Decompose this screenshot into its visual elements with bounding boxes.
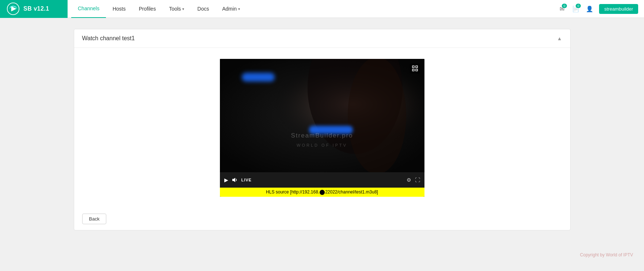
card-title: Watch channel test1 bbox=[82, 35, 135, 42]
mail-icon-btn[interactable]: ✉ 0 bbox=[556, 3, 568, 15]
nav-hosts[interactable]: Hosts bbox=[106, 0, 132, 18]
svg-marker-9 bbox=[232, 178, 235, 182]
hls-label: HLS source [http://192.168. bbox=[266, 189, 319, 195]
brand-logo-icon bbox=[7, 2, 20, 15]
back-button[interactable]: Back bbox=[82, 214, 107, 224]
svg-rect-6 bbox=[416, 66, 418, 68]
nav-docs[interactable]: Docs bbox=[191, 0, 216, 18]
user-icon: 👤 bbox=[586, 5, 593, 12]
doc-badge: 0 bbox=[576, 4, 581, 8]
mail-badge: 0 bbox=[562, 4, 567, 8]
video-wrapper: StreamBuilder.pro WORLD OF IPTV bbox=[220, 59, 424, 197]
collapse-btn[interactable]: ▲ bbox=[557, 35, 562, 41]
video-controls-bar: ▶ LIVE ⚙ ⛶ bbox=[220, 172, 424, 188]
watermark-text: StreamBuilder.pro bbox=[291, 132, 353, 139]
user-icon-btn[interactable]: 👤 bbox=[584, 3, 595, 15]
settings-btn[interactable]: ⚙ bbox=[407, 177, 411, 183]
admin-dropdown-icon: ▾ bbox=[238, 7, 240, 11]
hls-redact-dot bbox=[320, 190, 325, 195]
video-screen: StreamBuilder.pro WORLD OF IPTV bbox=[220, 59, 424, 172]
play-btn[interactable]: ▶ bbox=[224, 177, 228, 183]
svg-rect-5 bbox=[412, 66, 414, 68]
card-header: Watch channel test1 ▲ bbox=[74, 29, 570, 48]
brand-title: SB v12.1 bbox=[23, 5, 49, 12]
redacted-blob-top bbox=[242, 73, 275, 82]
copyright-text: Copyright by World of IPTV bbox=[580, 252, 633, 257]
hls-bar: HLS source [http://192.168.22022/channel… bbox=[220, 188, 424, 197]
main-nav: Channels Hosts Profiles Tools ▾ Docs Adm… bbox=[71, 0, 247, 18]
svg-point-4 bbox=[348, 59, 406, 172]
svg-rect-8 bbox=[416, 69, 418, 71]
volume-btn[interactable] bbox=[232, 177, 238, 182]
expand-icon bbox=[412, 65, 418, 71]
nav-profiles[interactable]: Profiles bbox=[132, 0, 163, 18]
video-container: StreamBuilder.pro WORLD OF IPTV bbox=[74, 48, 570, 208]
tools-dropdown-icon: ▾ bbox=[182, 7, 184, 11]
navbar: SB v12.1 Channels Hosts Profiles Tools ▾… bbox=[0, 0, 644, 18]
expand-icon-btn[interactable] bbox=[410, 63, 420, 74]
doc-icon-btn[interactable]: 📄 0 bbox=[570, 3, 582, 15]
page-content: Watch channel test1 ▲ bbox=[66, 18, 578, 249]
fullscreen-btn[interactable]: ⛶ bbox=[415, 177, 420, 183]
back-section: Back bbox=[74, 208, 570, 230]
hls-suffix: 22022/channel/test1.m3u8] bbox=[325, 189, 378, 195]
navbar-brand[interactable]: SB v12.1 bbox=[0, 0, 68, 18]
user-menu-btn[interactable]: streambuilder bbox=[599, 4, 638, 14]
volume-icon bbox=[232, 177, 238, 182]
watch-card: Watch channel test1 ▲ bbox=[74, 29, 571, 230]
live-label: LIVE bbox=[241, 178, 252, 182]
nav-channels[interactable]: Channels bbox=[71, 0, 106, 18]
nav-admin[interactable]: Admin ▾ bbox=[216, 0, 247, 18]
footer: Copyright by World of IPTV bbox=[0, 249, 644, 261]
svg-rect-7 bbox=[412, 69, 414, 71]
nav-tools[interactable]: Tools ▾ bbox=[163, 0, 191, 18]
navbar-right: ✉ 0 📄 0 👤 streambuilder bbox=[556, 3, 644, 15]
watermark-brand: WORLD OF IPTV bbox=[297, 143, 347, 147]
